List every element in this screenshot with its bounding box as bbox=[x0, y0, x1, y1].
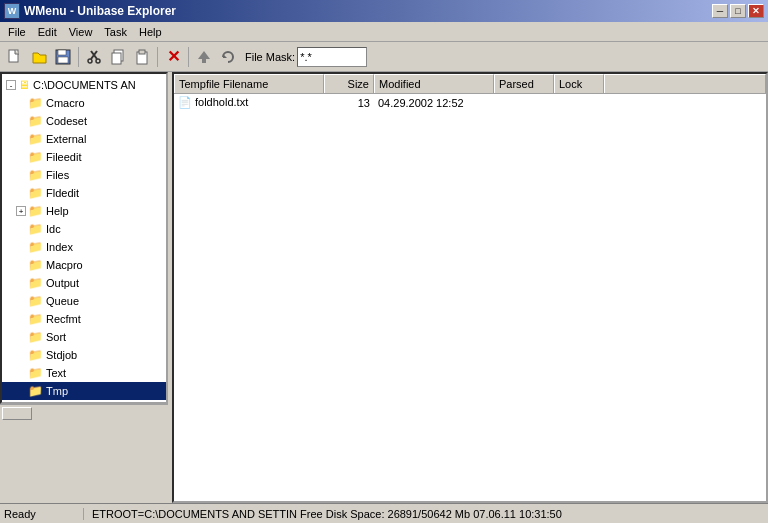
content-panel: Tempfile Filename Size Modified Parsed L… bbox=[172, 72, 768, 503]
status-info: ETROOT=C:\DOCUMENTS AND SETTIN Free Disk… bbox=[84, 508, 764, 520]
toolbar-separator-3 bbox=[188, 47, 189, 67]
folder-icon-help: 📁 bbox=[28, 204, 43, 218]
svg-rect-9 bbox=[112, 53, 121, 64]
file-row-0[interactable]: 📄foldhold.txt 13 04.29.2002 12:52 bbox=[174, 94, 766, 112]
label-index: Index bbox=[46, 241, 73, 253]
folder-icon-index: 📁 bbox=[28, 240, 43, 254]
main-area: - 🖥 C:\DOCUMENTS AN 📁 Cmacro 📁 Codeset 📁… bbox=[0, 72, 768, 503]
col-header-rest bbox=[604, 74, 766, 93]
svg-rect-2 bbox=[58, 50, 66, 55]
folder-icon-macpro: 📁 bbox=[28, 258, 43, 272]
svg-point-7 bbox=[96, 59, 100, 63]
folder-icon-codeset: 📁 bbox=[28, 114, 43, 128]
folder-icon-fldedit: 📁 bbox=[28, 186, 43, 200]
folder-icon-cmacro: 📁 bbox=[28, 96, 43, 110]
label-files: Files bbox=[46, 169, 69, 181]
file-icon-0: 📄 bbox=[178, 96, 192, 108]
tree-hscroll[interactable] bbox=[0, 404, 168, 421]
folder-icon-queue: 📁 bbox=[28, 294, 43, 308]
delete-button[interactable]: ✕ bbox=[162, 46, 184, 68]
svg-rect-3 bbox=[58, 57, 68, 63]
tree-item-stdjob[interactable]: 📁 Stdjob bbox=[2, 346, 166, 364]
label-text: Text bbox=[46, 367, 66, 379]
label-recfmt: Recfmt bbox=[46, 313, 81, 325]
file-size-0: 13 bbox=[324, 97, 374, 109]
label-macpro: Macpro bbox=[46, 259, 83, 271]
maximize-button[interactable]: □ bbox=[730, 4, 746, 18]
col-header-lock[interactable]: Lock bbox=[554, 74, 604, 93]
label-codeset: Codeset bbox=[46, 115, 87, 127]
minimize-button[interactable]: ─ bbox=[712, 4, 728, 18]
file-mask-input[interactable] bbox=[297, 47, 367, 67]
svg-rect-11 bbox=[139, 50, 145, 54]
tree-item-output[interactable]: 📁 Output bbox=[2, 274, 166, 292]
toolbar-separator-2 bbox=[157, 47, 158, 67]
copy-button[interactable] bbox=[107, 46, 129, 68]
tree-item-fileedit[interactable]: 📁 Fileedit bbox=[2, 148, 166, 166]
col-header-modified[interactable]: Modified bbox=[374, 74, 494, 93]
tree-item-macpro[interactable]: 📁 Macpro bbox=[2, 256, 166, 274]
tree-item-external[interactable]: 📁 External bbox=[2, 130, 166, 148]
folder-icon-external: 📁 bbox=[28, 132, 43, 146]
folder-icon-idc: 📁 bbox=[28, 222, 43, 236]
up-button[interactable] bbox=[193, 46, 215, 68]
svg-marker-12 bbox=[198, 51, 210, 59]
label-help: Help bbox=[46, 205, 69, 217]
tree-item-files[interactable]: 📁 Files bbox=[2, 166, 166, 184]
tree-item-cmacro[interactable]: 📁 Cmacro bbox=[2, 94, 166, 112]
tree-item-queue[interactable]: 📁 Queue bbox=[2, 292, 166, 310]
tree-item-fldedit[interactable]: 📁 Fldedit bbox=[2, 184, 166, 202]
app-icon: W bbox=[4, 3, 20, 19]
label-fldedit: Fldedit bbox=[46, 187, 79, 199]
tree-hscroll-thumb[interactable] bbox=[2, 407, 32, 420]
tree-item-sort[interactable]: 📁 Sort bbox=[2, 328, 166, 346]
status-ready: Ready bbox=[4, 508, 84, 520]
file-mask-label: File Mask: bbox=[245, 51, 295, 63]
tree-item-index[interactable]: 📁 Index bbox=[2, 238, 166, 256]
tree-item-help[interactable]: + 📁 Help bbox=[2, 202, 166, 220]
left-panel: - 🖥 C:\DOCUMENTS AN 📁 Cmacro 📁 Codeset 📁… bbox=[0, 72, 168, 503]
save-button[interactable] bbox=[52, 46, 74, 68]
label-output: Output bbox=[46, 277, 79, 289]
cut-button[interactable] bbox=[83, 46, 105, 68]
col-header-parsed[interactable]: Parsed bbox=[494, 74, 554, 93]
window-title: WMenu - Unibase Explorer bbox=[24, 4, 176, 18]
label-sort: Sort bbox=[46, 331, 66, 343]
paste-button[interactable] bbox=[131, 46, 153, 68]
label-queue: Queue bbox=[46, 295, 79, 307]
refresh-button[interactable] bbox=[217, 46, 239, 68]
tree-item-idc[interactable]: 📁 Idc bbox=[2, 220, 166, 238]
tree-item-codeset[interactable]: 📁 Codeset bbox=[2, 112, 166, 130]
col-header-size[interactable]: Size bbox=[324, 74, 374, 93]
toolbar-separator-1 bbox=[78, 47, 79, 67]
menu-file[interactable]: File bbox=[2, 24, 32, 40]
label-external: External bbox=[46, 133, 86, 145]
menu-edit[interactable]: Edit bbox=[32, 24, 63, 40]
status-bar: Ready ETROOT=C:\DOCUMENTS AND SETTIN Fre… bbox=[0, 503, 768, 523]
file-list[interactable]: 📄foldhold.txt 13 04.29.2002 12:52 bbox=[174, 94, 766, 501]
folder-icon-files: 📁 bbox=[28, 168, 43, 182]
menu-help[interactable]: Help bbox=[133, 24, 168, 40]
label-fileedit: Fileedit bbox=[46, 151, 81, 163]
expand-help[interactable]: + bbox=[16, 206, 26, 216]
folder-icon-tmp: 📁 bbox=[28, 384, 43, 398]
open-button[interactable] bbox=[28, 46, 50, 68]
expand-root[interactable]: - bbox=[6, 80, 16, 90]
file-modified-0: 04.29.2002 12:52 bbox=[374, 97, 494, 109]
menu-view[interactable]: View bbox=[63, 24, 99, 40]
tree-item-recfmt[interactable]: 📁 Recfmt bbox=[2, 310, 166, 328]
folder-icon-fileedit: 📁 bbox=[28, 150, 43, 164]
tree-item-text[interactable]: 📁 Text bbox=[2, 364, 166, 382]
tree-item-tmp[interactable]: 📁 Tmp bbox=[2, 382, 166, 400]
tree-panel[interactable]: - 🖥 C:\DOCUMENTS AN 📁 Cmacro 📁 Codeset 📁… bbox=[0, 72, 168, 404]
svg-rect-13 bbox=[202, 59, 206, 63]
new-button[interactable] bbox=[4, 46, 26, 68]
tree-root[interactable]: - 🖥 C:\DOCUMENTS AN bbox=[2, 76, 166, 94]
column-headers: Tempfile Filename Size Modified Parsed L… bbox=[174, 74, 766, 94]
menu-task[interactable]: Task bbox=[98, 24, 133, 40]
folder-icon-text: 📁 bbox=[28, 366, 43, 380]
close-button[interactable]: ✕ bbox=[748, 4, 764, 18]
title-bar: W WMenu - Unibase Explorer ─ □ ✕ bbox=[0, 0, 768, 22]
file-filename-0: 📄foldhold.txt bbox=[174, 96, 324, 109]
col-header-filename[interactable]: Tempfile Filename bbox=[174, 74, 324, 93]
